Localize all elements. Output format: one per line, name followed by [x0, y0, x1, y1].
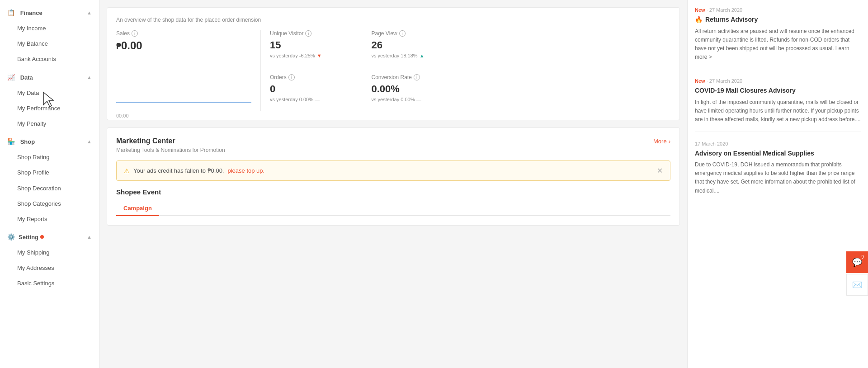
sidebar-shop-label: Shop: [20, 138, 35, 145]
news-date-2: New · 27 March 2020: [695, 78, 861, 84]
stats-card: An overview of the shop data for the pla…: [107, 7, 680, 120]
sidebar-finance-label: Finance: [20, 9, 42, 16]
marketing-card-header: Marketing Center More ›: [116, 137, 670, 145]
marketing-card-subtitle: Marketing Tools & Nominations for Promot…: [116, 147, 670, 153]
news-item-3: 17 March 2020 Advisory on Essential Medi…: [695, 141, 861, 203]
orders-vs: vs yesterday 0.00% —: [270, 97, 364, 102]
chat-float-button[interactable]: 💬 9: [846, 251, 868, 273]
news-item-2: New · 27 March 2020 COVID-19 Mall Closur…: [695, 78, 861, 132]
finance-icon: 📋: [7, 9, 15, 16]
stats-grid: Sales i ₱0.00 00:00: [116, 30, 670, 111]
sidebar-section-setting: ⚙️ Setting ▲ My Shipping My Addresses Ba…: [0, 229, 99, 292]
alert-content: ⚠ Your ads credit has fallen to ₱0.00, p…: [124, 167, 264, 175]
sidebar-item-my-addresses[interactable]: My Addresses: [0, 260, 99, 276]
sales-info-icon[interactable]: i: [132, 30, 138, 37]
news-date-1: New · 27 March 2020: [695, 7, 861, 13]
sidebar: 📋 Finance ▲ My Income My Balance Bank Ac…: [0, 0, 99, 368]
marketing-card: Marketing Center More › Marketing Tools …: [107, 127, 680, 226]
sidebar-item-shop-categories[interactable]: Shop Categories: [0, 196, 99, 212]
sidebar-item-basic-settings[interactable]: Basic Settings: [0, 276, 99, 291]
sidebar-item-shop-rating[interactable]: Shop Rating: [0, 150, 99, 165]
chart-time-label: 00:00: [116, 113, 251, 118]
news-title-1: 🔥 Returns Advisory: [695, 15, 861, 24]
unique-visitor-value: 15: [270, 39, 364, 51]
sales-value: ₱0.00: [116, 39, 251, 52]
sidebar-section-data: 📈 Data ▲ My Data My Performance My Penal…: [0, 69, 99, 132]
orders-value: 0: [270, 83, 364, 95]
conversion-rate-value: 0.00%: [372, 83, 466, 95]
stats-sales-section: Sales i ₱0.00 00:00: [116, 30, 261, 111]
news-title-3: Advisory on Essential Medical Supplies: [695, 149, 861, 158]
shopee-event-section: Shopee Event Campaign: [116, 188, 670, 216]
chevron-up-icon: ▲: [87, 10, 92, 15]
setting-notification-dot: [40, 235, 44, 239]
orders-label: Orders i: [270, 74, 364, 80]
sidebar-section-finance: 📋 Finance ▲ My Income My Balance Bank Ac…: [0, 5, 99, 67]
sidebar-item-my-penalty[interactable]: My Penalty: [0, 116, 99, 132]
floating-buttons: 💬 9 ✉️: [846, 251, 868, 296]
page-view-block: Page View i 26 vs yesterday 18.18% ▲: [372, 30, 466, 67]
data-icon: 📈: [7, 74, 15, 81]
setting-icon: ⚙️: [7, 233, 15, 241]
sidebar-item-bank-accounts[interactable]: Bank Accounts: [0, 52, 99, 67]
sidebar-item-my-balance[interactable]: My Balance: [0, 36, 99, 52]
sidebar-section-shop-header[interactable]: 🏪 Shop ▲: [0, 133, 99, 150]
chevron-up-icon-3: ▲: [87, 139, 92, 144]
page-view-info-icon[interactable]: i: [399, 30, 406, 37]
sidebar-item-shop-decoration[interactable]: Shop Decoration: [0, 181, 99, 196]
marketing-card-title: Marketing Center: [116, 137, 175, 145]
sidebar-data-label: Data: [20, 74, 33, 81]
unique-visitor-vs: vs yesterday -6.25% ▼: [270, 53, 364, 58]
sidebar-item-my-reports[interactable]: My Reports: [0, 212, 99, 227]
page-view-vs: vs yesterday 18.18% ▲: [372, 53, 466, 58]
sidebar-item-shop-profile[interactable]: Shop Profile: [0, 165, 99, 180]
news-body-1: All return activities are paused and wil…: [695, 27, 861, 62]
right-panel: New · 27 March 2020 🔥 Returns Advisory A…: [687, 0, 868, 368]
news-item-1: New · 27 March 2020 🔥 Returns Advisory A…: [695, 7, 861, 69]
tab-campaign[interactable]: Campaign: [116, 201, 159, 215]
main-content: An overview of the shop data for the pla…: [99, 0, 687, 368]
news-body-3: Due to COVID-19, DOH issued a memorandum…: [695, 160, 861, 195]
page-view-label: Page View i: [372, 30, 466, 37]
mail-float-button[interactable]: ✉️: [846, 274, 868, 296]
news-tag-new-1: New: [695, 7, 705, 13]
sidebar-item-my-data[interactable]: My Data: [0, 85, 99, 101]
alert-text: Your ads credit has fallen to ₱0.00,: [133, 167, 224, 174]
unique-visitor-info-icon[interactable]: i: [305, 30, 311, 37]
sales-chart: 00:00: [116, 57, 251, 111]
shop-icon: 🏪: [7, 138, 15, 145]
top-up-link[interactable]: please top up.: [227, 167, 264, 174]
sidebar-item-my-shipping[interactable]: My Shipping: [0, 245, 99, 260]
conversion-vs: vs yesterday 0.00% —: [372, 97, 466, 102]
mail-icon: ✉️: [852, 280, 862, 290]
sidebar-section-shop: 🏪 Shop ▲ Shop Rating Shop Profile Shop D…: [0, 133, 99, 227]
chevron-right-icon: ›: [669, 138, 670, 145]
stats-subtitle: An overview of the shop data for the pla…: [116, 17, 670, 23]
chat-badge: 9: [859, 253, 866, 260]
orders-block: Orders i 0 vs yesterday 0.00% —: [270, 74, 364, 111]
conversion-info-icon[interactable]: i: [414, 74, 420, 80]
page-view-value: 26: [372, 39, 466, 51]
shopee-event-title: Shopee Event: [116, 188, 670, 196]
page-view-trend-icon: ▲: [420, 53, 425, 58]
conversion-rate-block: Conversion Rate i 0.00% vs yesterday 0.0…: [372, 74, 466, 111]
news-title-2: COVID-19 Mall Closures Advisory: [695, 86, 861, 95]
chevron-up-icon-4: ▲: [87, 234, 92, 240]
news-date-3: 17 March 2020: [695, 141, 861, 146]
sidebar-section-finance-header[interactable]: 📋 Finance ▲: [0, 5, 99, 21]
marketing-more-button[interactable]: More ›: [653, 138, 670, 145]
news-tag-new-2: New: [695, 78, 705, 84]
alert-close-button[interactable]: ✕: [657, 166, 663, 175]
sidebar-section-setting-header[interactable]: ⚙️ Setting ▲: [0, 229, 99, 245]
sidebar-item-my-performance[interactable]: My Performance: [0, 101, 99, 116]
sidebar-setting-label: Setting: [19, 234, 38, 241]
conversion-rate-label: Conversion Rate i: [372, 74, 466, 80]
sidebar-section-data-header[interactable]: 📈 Data ▲: [0, 69, 99, 85]
sales-label: Sales i: [116, 30, 251, 37]
warning-icon: ⚠: [124, 167, 130, 175]
chevron-up-icon-2: ▲: [87, 75, 92, 80]
sidebar-item-my-income[interactable]: My Income: [0, 21, 99, 36]
news-body-2: In light of the imposed community quaran…: [695, 98, 861, 124]
stats-metrics-grid: Unique Visitor i 15 vs yesterday -6.25% …: [261, 30, 466, 111]
orders-info-icon[interactable]: i: [288, 74, 295, 80]
